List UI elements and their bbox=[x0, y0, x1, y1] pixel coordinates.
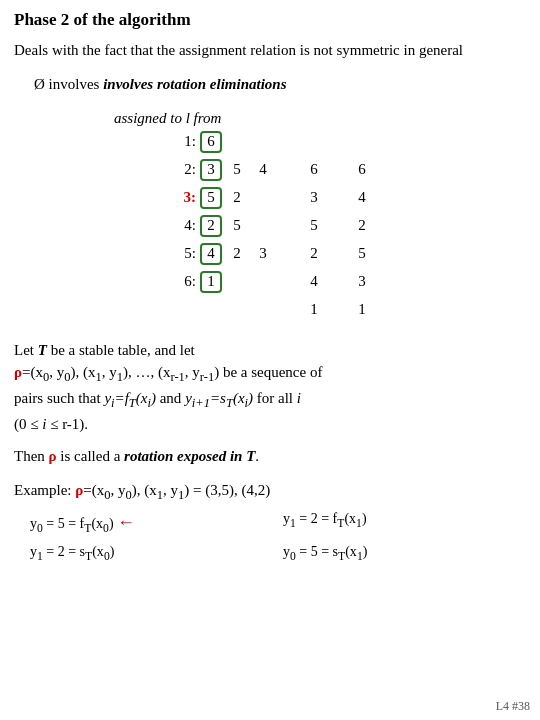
assigned-label: assigned to l from bbox=[114, 110, 221, 127]
table-row: 4: 2 5 bbox=[168, 213, 274, 239]
right-cell: 5 bbox=[352, 241, 372, 267]
right-columns: 6 3 5 2 4 1 6 4 2 5 3 1 bbox=[304, 129, 372, 323]
stable-table-section: Let T be a stable table, and let ρ=(x0, … bbox=[14, 339, 526, 436]
right-cell: 2 bbox=[304, 241, 324, 267]
row-label-5: 5: bbox=[168, 245, 196, 262]
right-cell: 3 bbox=[352, 269, 372, 295]
T-var: T bbox=[38, 342, 47, 358]
right-cell: 1 bbox=[352, 297, 372, 323]
sub-ex-1: y0 = 5 = fT(x0) ← bbox=[30, 507, 273, 539]
row-label-4: 4: bbox=[168, 217, 196, 234]
row-label-1: 1: bbox=[168, 133, 196, 150]
yi-condition: yi=fT(xi) bbox=[104, 390, 156, 406]
right-col-2: 6 4 2 5 3 1 bbox=[352, 129, 372, 323]
i-var: i bbox=[297, 390, 301, 406]
right-col2-header bbox=[352, 129, 372, 155]
right-cell: 2 bbox=[352, 213, 372, 239]
yi1-condition: yi+1=sT(xi) bbox=[185, 390, 253, 406]
then-section: Then ρ is called a rotation exposed in T… bbox=[14, 445, 526, 468]
slide-title: Phase 2 of the algorithm bbox=[14, 10, 526, 30]
slide-number: L4 #38 bbox=[496, 699, 530, 714]
rotation-eliminations-text: involves rotation eliminations bbox=[103, 76, 286, 92]
right-cell: 6 bbox=[352, 157, 372, 183]
boxed-2: 2 bbox=[200, 215, 222, 237]
boxed-5: 5 bbox=[200, 187, 222, 209]
intro-text: Deals with the fact that the assignment … bbox=[14, 40, 526, 61]
right-cell: 5 bbox=[304, 213, 324, 239]
i-var2: i bbox=[42, 416, 46, 432]
boxed-1: 1 bbox=[200, 271, 222, 293]
table-row: 3: 5 2 bbox=[168, 185, 274, 211]
table-row: 1: 6 bbox=[168, 129, 274, 155]
table-row: 6: 1 bbox=[168, 269, 274, 295]
row-label-3: 3: bbox=[168, 189, 196, 206]
diagram-area: assigned to l from 1: 6 2: 3 5 4 3: 5 2 bbox=[14, 110, 526, 323]
boxed-4: 4 bbox=[200, 243, 222, 265]
sub-ex-3: y1 = 2 = sT(x0) bbox=[30, 540, 273, 567]
plain-5-r4: 5 bbox=[226, 215, 248, 237]
example-line: Example: ρ=(x0, y0), (x1, y1) = (3,5), (… bbox=[14, 478, 526, 505]
plain-5: 5 bbox=[226, 159, 248, 181]
sub-ex-4: y0 = 5 = sT(x1) bbox=[283, 540, 526, 567]
row-label-6: 6: bbox=[168, 273, 196, 290]
table-row: 5: 4 2 3 bbox=[168, 241, 274, 267]
boxed-6-1: 6 bbox=[200, 131, 222, 153]
plain-2-r5: 2 bbox=[226, 243, 248, 265]
arrow-left-icon: ← bbox=[117, 512, 135, 532]
example-section: Example: ρ=(x0, y0), (x1, y1) = (3,5), (… bbox=[14, 478, 526, 567]
rho-then: ρ bbox=[49, 448, 57, 464]
sub-ex-2: y1 = 2 = fT(x1) bbox=[283, 507, 526, 539]
rotation-exposed-text: rotation exposed in T bbox=[124, 448, 255, 464]
boxed-3: 3 bbox=[200, 159, 222, 181]
rho-example: ρ bbox=[75, 482, 83, 498]
right-cell: 4 bbox=[352, 185, 372, 211]
left-list: 1: 6 2: 3 5 4 3: 5 2 4: 2 5 bbox=[168, 129, 274, 295]
row-label-2: 2: bbox=[168, 161, 196, 178]
table-row: 2: 3 5 4 bbox=[168, 157, 274, 183]
right-cell: 1 bbox=[304, 297, 324, 323]
right-cell: 4 bbox=[304, 269, 324, 295]
right-col1-header bbox=[304, 129, 324, 155]
right-cell: 3 bbox=[304, 185, 324, 211]
sub-examples: y0 = 5 = fT(x0) ← y1 = 2 = fT(x1) y1 = 2… bbox=[30, 507, 526, 567]
plain-3-r5: 3 bbox=[252, 243, 274, 265]
diagram-rows: 1: 6 2: 3 5 4 3: 5 2 4: 2 5 bbox=[168, 129, 372, 323]
plain-2-r3: 2 bbox=[226, 187, 248, 209]
bullet-line: involves involves rotation eliminations bbox=[34, 73, 526, 96]
rho-symbol: ρ bbox=[14, 364, 22, 380]
right-col-1: 6 3 5 2 4 1 bbox=[304, 129, 324, 323]
right-cell: 6 bbox=[304, 157, 324, 183]
plain-4: 4 bbox=[252, 159, 274, 181]
